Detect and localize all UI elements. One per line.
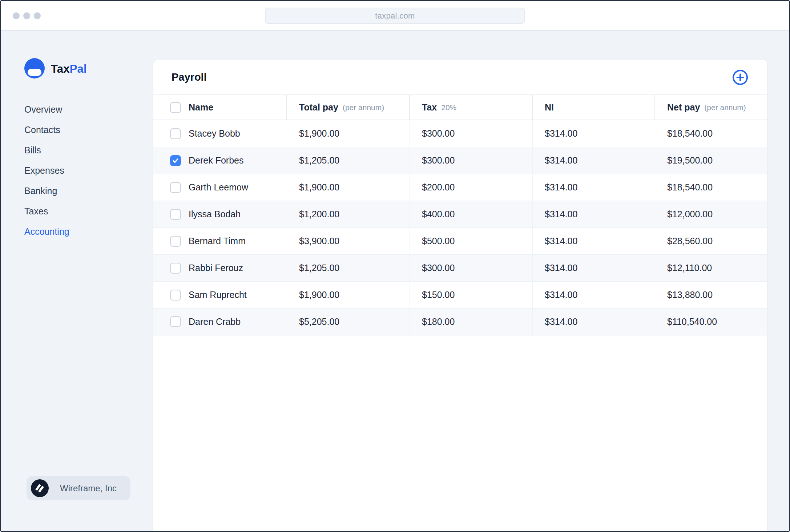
window-minimize-button[interactable] <box>23 12 30 19</box>
employee-name: Bernard Timm <box>189 236 246 246</box>
employee-name: Garth Leemow <box>189 182 248 193</box>
row-checkbox[interactable] <box>170 128 181 139</box>
net-pay-cell: $28,560.00 <box>655 228 767 254</box>
organization-switcher[interactable]: Wireframe, Inc <box>27 476 130 500</box>
column-header-net-pay: Net pay(per annum) <box>655 95 767 120</box>
employee-name-cell: Bernard Timm <box>153 228 287 254</box>
employee-name: Sam Ruprecht <box>189 290 247 300</box>
sidebar-item-contacts[interactable]: Contacts <box>24 122 69 143</box>
tax-cell: $180.00 <box>410 309 533 335</box>
net-pay-cell: $110,540.00 <box>655 309 767 335</box>
brand-logo: TaxPal <box>24 58 87 80</box>
payroll-card: Payroll Name Total pay(per annu <box>153 60 767 532</box>
total-pay-cell: $1,900.00 <box>287 120 410 147</box>
app-body: TaxPal OverviewContactsBillsExpensesBank… <box>1 31 789 532</box>
total-pay-cell: $1,205.00 <box>287 147 410 174</box>
ni-cell: $314.00 <box>533 174 655 201</box>
employee-name-cell: Garth Leemow <box>153 174 287 201</box>
table-row: Bernard Timm$3,900.00$500.00$314.00$28,5… <box>153 228 767 255</box>
employee-name: Daren Crabb <box>189 317 241 327</box>
row-checkbox[interactable] <box>170 263 181 274</box>
add-payroll-entry-button[interactable] <box>732 69 749 86</box>
employee-name-cell: Ilyssa Bodah <box>153 201 287 227</box>
tax-cell: $300.00 <box>410 147 533 174</box>
table-row: Stacey Bobb$1,900.00$300.00$314.00$18,54… <box>153 120 767 147</box>
employee-name-cell: Daren Crabb <box>153 309 287 335</box>
employee-name-cell: Sam Ruprecht <box>153 282 287 308</box>
ni-cell: $314.00 <box>533 309 655 335</box>
tax-cell: $150.00 <box>410 282 533 308</box>
ni-cell: $314.00 <box>533 147 655 174</box>
ni-cell: $314.00 <box>533 201 655 227</box>
total-pay-cell: $5,205.00 <box>287 309 410 335</box>
sidebar-item-taxes[interactable]: Taxes <box>24 204 69 224</box>
sidebar-nav: OverviewContactsBillsExpensesBankingTaxe… <box>24 102 69 245</box>
app-window: taxpal.com TaxPal OverviewContactsBillsE… <box>0 0 790 532</box>
tax-cell: $300.00 <box>410 120 533 147</box>
sidebar-item-overview[interactable]: Overview <box>24 102 69 122</box>
sidebar-item-bills[interactable]: Bills <box>24 143 69 163</box>
total-pay-cell: $1,205.00 <box>287 255 410 281</box>
sidebar-item-expenses[interactable]: Expenses <box>24 163 69 184</box>
column-header-ni: NI <box>533 95 655 120</box>
table-row: Garth Leemow$1,900.00$200.00$314.00$18,5… <box>153 174 767 201</box>
table-row: Rabbi Ferouz$1,205.00$300.00$314.00$12,1… <box>153 255 767 282</box>
select-all-checkbox[interactable] <box>170 102 181 113</box>
employee-name-cell: Rabbi Ferouz <box>153 255 287 281</box>
window-maximize-button[interactable] <box>34 12 41 19</box>
employee-name: Ilyssa Bodah <box>189 209 241 219</box>
table-row: Ilyssa Bodah$1,200.00$400.00$314.00$12,0… <box>153 201 767 228</box>
total-pay-cell: $1,200.00 <box>287 201 410 227</box>
total-pay-cell: $1,900.00 <box>287 174 410 201</box>
wireframe-logo-icon <box>31 479 49 497</box>
net-pay-cell: $12,110.00 <box>655 255 767 281</box>
column-header-tax: Tax20% <box>410 95 533 120</box>
table-row: Sam Ruprecht$1,900.00$150.00$314.00$13,8… <box>153 282 767 309</box>
employee-name: Derek Forbes <box>189 155 243 166</box>
sidebar-item-banking[interactable]: Banking <box>24 184 69 204</box>
plus-circle-icon <box>732 81 749 87</box>
table-row: Derek Forbes$1,205.00$300.00$314.00$19,5… <box>153 147 767 174</box>
row-checkbox[interactable] <box>170 209 181 220</box>
net-pay-cell: $18,540.00 <box>655 120 767 147</box>
row-checkbox[interactable] <box>170 182 181 193</box>
tax-cell: $200.00 <box>410 174 533 201</box>
total-pay-cell: $1,900.00 <box>287 282 410 308</box>
brand-name: TaxPal <box>51 63 87 76</box>
column-header-total-pay: Total pay(per annum) <box>287 95 410 120</box>
sidebar-item-accounting[interactable]: Accounting <box>24 224 69 245</box>
net-pay-cell: $18,540.00 <box>655 174 767 201</box>
window-controls <box>13 12 41 19</box>
sidebar: TaxPal OverviewContactsBillsExpensesBank… <box>1 31 153 532</box>
address-bar[interactable]: taxpal.com <box>265 8 525 24</box>
taxpal-logo-icon <box>24 58 45 80</box>
page-title: Payroll <box>172 71 207 83</box>
payroll-table-body: Stacey Bobb$1,900.00$300.00$314.00$18,54… <box>153 120 767 335</box>
tax-cell: $300.00 <box>410 255 533 281</box>
row-checkbox[interactable] <box>170 316 181 327</box>
row-checkbox[interactable] <box>170 155 181 166</box>
ni-cell: $314.00 <box>533 255 655 281</box>
employee-name: Rabbi Ferouz <box>189 263 243 273</box>
organization-name: Wireframe, Inc <box>60 483 117 493</box>
payroll-card-header: Payroll <box>153 60 767 95</box>
employee-name: Stacey Bobb <box>189 128 240 139</box>
ni-cell: $314.00 <box>533 282 655 308</box>
tax-cell: $400.00 <box>410 201 533 227</box>
address-bar-url: taxpal.com <box>375 11 415 21</box>
row-checkbox[interactable] <box>170 290 181 301</box>
ni-cell: $314.00 <box>533 228 655 254</box>
browser-chrome: taxpal.com <box>1 1 789 31</box>
net-pay-cell: $12,000.00 <box>655 201 767 227</box>
employee-name-cell: Stacey Bobb <box>153 120 287 147</box>
employee-name-cell: Derek Forbes <box>153 147 287 174</box>
row-checkbox[interactable] <box>170 236 181 247</box>
net-pay-cell: $13,880.00 <box>655 282 767 308</box>
total-pay-cell: $3,900.00 <box>287 228 410 254</box>
column-header-name: Name <box>153 95 287 120</box>
window-close-button[interactable] <box>13 12 20 19</box>
table-row: Daren Crabb$5,205.00$180.00$314.00$110,5… <box>153 309 767 335</box>
ni-cell: $314.00 <box>533 120 655 147</box>
tax-cell: $500.00 <box>410 228 533 254</box>
net-pay-cell: $19,500.00 <box>655 147 767 174</box>
